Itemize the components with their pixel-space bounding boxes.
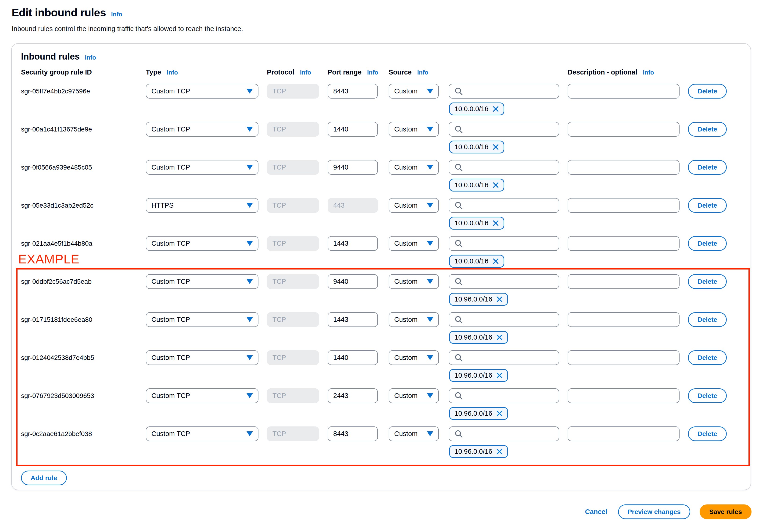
delete-button[interactable]: Delete bbox=[688, 122, 727, 137]
source-select[interactable]: Custom bbox=[389, 122, 439, 137]
inbound-rules-panel: Inbound rules Info Security group rule I… bbox=[11, 43, 751, 490]
rule-row: sgr-05e33d1c3ab2ed52c HTTPS TCP 443 Cust… bbox=[21, 198, 741, 230]
col-header-protocol: Protocol bbox=[267, 68, 294, 76]
port-range-input[interactable]: 2443 bbox=[327, 388, 378, 403]
source-search-input[interactable] bbox=[449, 236, 559, 251]
source-select[interactable]: Custom bbox=[389, 274, 439, 289]
remove-cidr-icon[interactable] bbox=[496, 372, 503, 379]
description-input[interactable] bbox=[568, 274, 680, 289]
footer-actions: Cancel Preview changes Save rules bbox=[584, 504, 752, 519]
source-info-link[interactable]: Info bbox=[417, 69, 428, 76]
rules-rows: sgr-05ff7e4bb2c97596e Custom TCP TCP 844… bbox=[21, 84, 741, 465]
search-icon bbox=[454, 353, 463, 362]
preview-changes-button[interactable]: Preview changes bbox=[618, 504, 690, 519]
remove-cidr-icon[interactable] bbox=[493, 182, 499, 188]
port-range-input[interactable]: 1440 bbox=[327, 122, 378, 137]
port-range-input[interactable]: 8443 bbox=[327, 426, 378, 441]
remove-cidr-icon[interactable] bbox=[496, 296, 503, 302]
delete-button[interactable]: Delete bbox=[688, 350, 727, 365]
source-select[interactable]: Custom bbox=[389, 426, 439, 441]
type-select[interactable]: Custom TCP bbox=[146, 160, 258, 175]
type-select[interactable]: HTTPS bbox=[146, 198, 258, 213]
description-input[interactable] bbox=[568, 84, 680, 99]
cidr-tag: 10.96.0.0/16 bbox=[449, 407, 508, 420]
source-select[interactable]: Custom bbox=[389, 236, 439, 251]
port-range-input[interactable]: 8443 bbox=[327, 84, 378, 99]
source-search-input[interactable] bbox=[449, 160, 559, 175]
description-input[interactable] bbox=[568, 236, 680, 251]
page-info-link[interactable]: Info bbox=[111, 11, 122, 18]
chevron-down-icon bbox=[427, 89, 433, 94]
protocol-field: TCP bbox=[267, 198, 319, 213]
source-search-input[interactable] bbox=[449, 274, 559, 289]
delete-button[interactable]: Delete bbox=[688, 198, 727, 213]
save-rules-button[interactable]: Save rules bbox=[700, 504, 752, 519]
description-input[interactable] bbox=[568, 198, 680, 213]
cidr-tag: 10.0.0.0/16 bbox=[449, 141, 504, 153]
description-info-link[interactable]: Info bbox=[643, 69, 654, 76]
port-range-input[interactable]: 1443 bbox=[327, 312, 378, 327]
description-input[interactable] bbox=[568, 122, 680, 137]
source-select-value: Custom bbox=[394, 87, 418, 95]
remove-cidr-icon[interactable] bbox=[493, 220, 499, 226]
rule-id: sgr-0c2aae61a2bbef038 bbox=[21, 426, 142, 441]
protocol-field: TCP bbox=[267, 160, 319, 175]
remove-cidr-icon[interactable] bbox=[496, 410, 503, 417]
delete-button[interactable]: Delete bbox=[688, 84, 727, 99]
delete-button[interactable]: Delete bbox=[688, 160, 727, 175]
remove-cidr-icon[interactable] bbox=[496, 334, 503, 340]
remove-cidr-icon[interactable] bbox=[496, 448, 503, 455]
source-select[interactable]: Custom bbox=[389, 388, 439, 403]
chevron-down-icon bbox=[246, 89, 253, 94]
source-select-value: Custom bbox=[394, 125, 418, 133]
delete-button[interactable]: Delete bbox=[688, 426, 727, 441]
delete-button[interactable]: Delete bbox=[688, 312, 727, 327]
source-search-input[interactable] bbox=[449, 388, 559, 403]
port-range-input: 443 bbox=[327, 198, 378, 213]
description-input[interactable] bbox=[568, 160, 680, 175]
source-search-input[interactable] bbox=[449, 350, 559, 365]
delete-button[interactable]: Delete bbox=[688, 274, 727, 289]
type-select[interactable]: Custom TCP bbox=[146, 312, 258, 327]
source-select[interactable]: Custom bbox=[389, 84, 439, 99]
port-range-info-link[interactable]: Info bbox=[367, 69, 378, 76]
protocol-info-link[interactable]: Info bbox=[300, 69, 311, 76]
description-input[interactable] bbox=[568, 426, 680, 441]
source-search-input[interactable] bbox=[449, 198, 559, 213]
delete-button[interactable]: Delete bbox=[688, 388, 727, 403]
chevron-down-icon bbox=[246, 127, 253, 132]
panel-info-link[interactable]: Info bbox=[85, 54, 96, 61]
type-select[interactable]: Custom TCP bbox=[146, 84, 258, 99]
remove-cidr-icon[interactable] bbox=[493, 258, 499, 264]
delete-button[interactable]: Delete bbox=[688, 236, 727, 251]
description-input[interactable] bbox=[568, 350, 680, 365]
source-select[interactable]: Custom bbox=[389, 198, 439, 213]
source-search-input[interactable] bbox=[449, 122, 559, 137]
type-select[interactable]: Custom TCP bbox=[146, 426, 258, 441]
type-info-link[interactable]: Info bbox=[167, 69, 178, 76]
type-select[interactable]: Custom TCP bbox=[146, 122, 258, 137]
cancel-button[interactable]: Cancel bbox=[584, 508, 609, 516]
protocol-field: TCP bbox=[267, 388, 319, 403]
port-range-input[interactable]: 9440 bbox=[327, 160, 378, 175]
port-range-input[interactable]: 9440 bbox=[327, 274, 378, 289]
source-search-input[interactable] bbox=[449, 426, 559, 441]
type-select-value: HTTPS bbox=[151, 202, 174, 209]
cidr-tag-label: 10.0.0.0/16 bbox=[455, 105, 489, 113]
port-range-input[interactable]: 1440 bbox=[327, 350, 378, 365]
type-select[interactable]: Custom TCP bbox=[146, 236, 258, 251]
type-select[interactable]: Custom TCP bbox=[146, 350, 258, 365]
add-rule-button[interactable]: Add rule bbox=[21, 471, 67, 485]
type-select[interactable]: Custom TCP bbox=[146, 274, 258, 289]
source-select[interactable]: Custom bbox=[389, 312, 439, 327]
remove-cidr-icon[interactable] bbox=[493, 106, 499, 112]
port-range-input[interactable]: 1443 bbox=[327, 236, 378, 251]
description-input[interactable] bbox=[568, 388, 680, 403]
source-select[interactable]: Custom bbox=[389, 350, 439, 365]
remove-cidr-icon[interactable] bbox=[493, 144, 499, 150]
source-select[interactable]: Custom bbox=[389, 160, 439, 175]
type-select[interactable]: Custom TCP bbox=[146, 388, 258, 403]
source-search-input[interactable] bbox=[449, 84, 559, 99]
description-input[interactable] bbox=[568, 312, 680, 327]
source-search-input[interactable] bbox=[449, 312, 559, 327]
